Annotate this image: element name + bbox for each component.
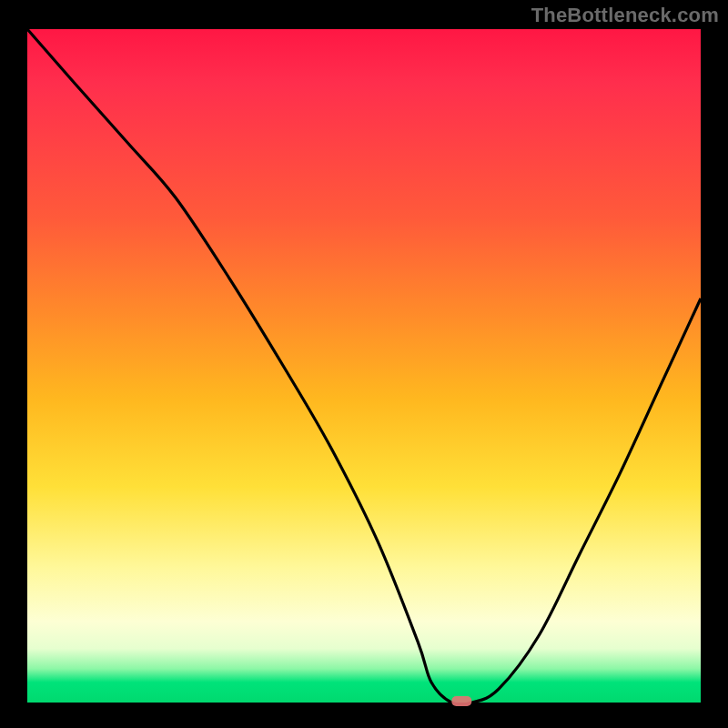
- plot-area: [27, 29, 701, 703]
- watermark-text: TheBottleneck.com: [531, 4, 719, 27]
- chart-frame: TheBottleneck.com: [0, 0, 728, 728]
- bottleneck-curve: [27, 29, 701, 703]
- minimum-marker: [451, 696, 471, 706]
- curve-path: [27, 29, 701, 704]
